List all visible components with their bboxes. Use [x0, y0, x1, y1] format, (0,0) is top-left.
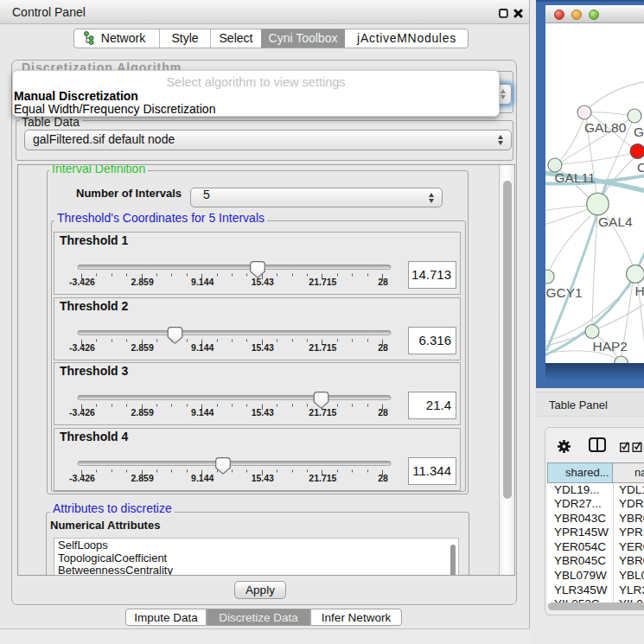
svg-text:2.859: 2.859 [131, 342, 153, 353]
svg-text:CYC8: CYC8 [637, 160, 644, 175]
svg-text:-3.426: -3.426 [69, 473, 95, 483]
svg-text:9.144: 9.144 [191, 342, 214, 353]
svg-text:2.859: 2.859 [131, 473, 153, 483]
svg-text:28: 28 [378, 277, 388, 287]
svg-text:21.715: 21.715 [309, 407, 336, 418]
svg-text:HIS4: HIS4 [635, 284, 644, 298]
svg-text:GAL3: GAL3 [634, 124, 644, 139]
svg-text:-3.426: -3.426 [69, 407, 95, 418]
svg-text:GAL4: GAL4 [598, 214, 633, 229]
svg-text:15.43: 15.43 [252, 407, 274, 418]
svg-text:9.144: 9.144 [191, 277, 214, 287]
svg-text:15.43: 15.43 [252, 342, 274, 353]
svg-text:-3.426: -3.426 [69, 277, 95, 287]
svg-text:9.144: 9.144 [191, 407, 214, 418]
svg-text:28: 28 [378, 407, 388, 418]
svg-text:15.43: 15.43 [252, 473, 274, 483]
svg-text:21.715: 21.715 [309, 277, 336, 287]
svg-text:9.144: 9.144 [191, 473, 214, 483]
svg-text:2.859: 2.859 [131, 277, 153, 287]
svg-text:GAL11: GAL11 [555, 170, 596, 185]
svg-text:GCY1: GCY1 [546, 285, 583, 300]
svg-text:21.715: 21.715 [309, 473, 336, 483]
svg-text:GAL80: GAL80 [584, 120, 627, 135]
svg-text:-3.426: -3.426 [69, 342, 95, 353]
svg-text:28: 28 [378, 342, 388, 353]
svg-text:2.859: 2.859 [131, 407, 153, 418]
svg-text:HAP2: HAP2 [593, 339, 628, 354]
svg-text:15.43: 15.43 [252, 277, 274, 287]
svg-text:28: 28 [378, 473, 388, 483]
svg-text:21.715: 21.715 [309, 342, 336, 353]
